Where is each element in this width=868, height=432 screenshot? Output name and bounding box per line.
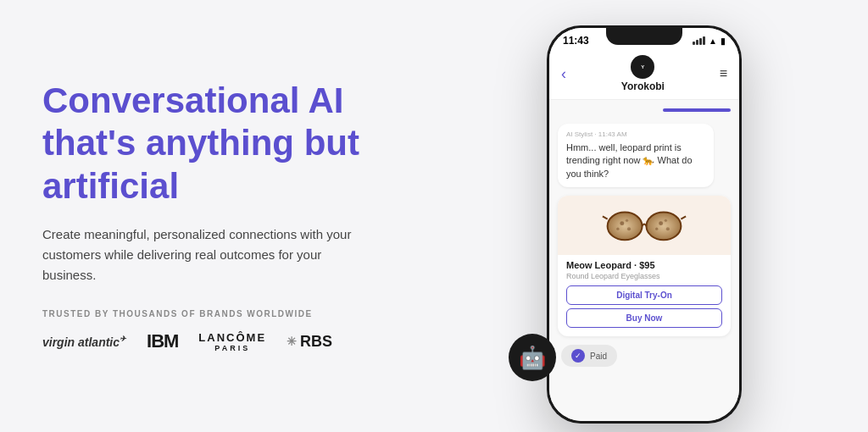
phone-notch [606, 28, 682, 45]
product-name: Meow Leopard · $95 [566, 260, 722, 270]
svg-point-10 [655, 227, 658, 230]
wifi-icon: ▲ [709, 36, 717, 46]
svg-point-6 [616, 227, 619, 230]
svg-point-8 [659, 221, 663, 225]
product-subtitle: Round Leopard Eyeglasses [566, 272, 722, 280]
buy-now-button[interactable]: Buy Now [566, 308, 722, 328]
main-headline: Conversational AI that's anything but ar… [42, 80, 398, 208]
brands-list: virgin atlantic✈ IBM LANCÔMEPARIS ✳RBS [42, 330, 398, 352]
phone-screen: 11:43 ▲ ▮ ‹ Y [549, 28, 739, 421]
svg-point-9 [666, 227, 670, 230]
subtext: Create meaningful, personalized connecti… [42, 224, 364, 285]
menu-icon[interactable]: ≡ [720, 66, 727, 81]
svg-point-11 [665, 219, 667, 221]
status-time: 11:43 [563, 35, 589, 47]
battery-icon: ▮ [721, 36, 726, 46]
brand-virgin-atlantic: virgin atlantic✈ [42, 335, 126, 349]
check-icon: ✓ [571, 349, 585, 363]
product-image [558, 196, 731, 255]
chat-header-center: Y Yorokobi [621, 55, 665, 92]
paid-label: Paid [590, 352, 607, 361]
phone-mockup: 11:43 ▲ ▮ ‹ Y [547, 25, 742, 424]
chat-name: Yorokobi [621, 80, 665, 92]
brand-rbs: ✳RBS [287, 333, 332, 351]
left-section: Conversational AI that's anything but ar… [0, 46, 441, 386]
chat-header: ‹ Y Yorokobi ≡ [549, 50, 739, 100]
svg-point-5 [627, 227, 631, 230]
svg-point-7 [626, 219, 628, 221]
robot-badge: 🤖 [509, 334, 556, 381]
svg-point-1 [646, 212, 681, 240]
product-card: Meow Leopard · $95 Round Leopard Eyeglas… [558, 196, 731, 336]
svg-line-3 [681, 216, 686, 219]
trusted-label: TRUSTED BY THOUSANDS OF BRANDS WORLDWIDE [42, 309, 398, 318]
signal-icon [693, 36, 705, 45]
status-icons: ▲ ▮ [693, 36, 726, 46]
svg-point-0 [608, 212, 643, 240]
product-info: Meow Leopard · $95 Round Leopard Eyeglas… [558, 255, 731, 336]
paid-badge: ✓ Paid [561, 345, 617, 367]
right-section: 11:43 ▲ ▮ ‹ Y [441, 0, 848, 432]
svg-line-2 [603, 216, 608, 219]
avatar: Y [631, 55, 654, 79]
brand-ibm: IBM [147, 330, 178, 352]
blue-bar [663, 108, 731, 112]
chat-body: AI Stylist · 11:43 AM Hmm... well, leopa… [549, 100, 739, 421]
svg-point-4 [620, 221, 624, 225]
message-text: Hmm... well, leopard print is trending r… [566, 141, 705, 180]
message-meta: AI Stylist · 11:43 AM [566, 130, 705, 138]
digital-tryon-button[interactable]: Digital Try-On [566, 285, 722, 305]
message-bubble: AI Stylist · 11:43 AM Hmm... well, leopa… [558, 124, 714, 187]
robot-icon: 🤖 [519, 345, 546, 371]
glasses-image [602, 207, 687, 245]
back-arrow-icon[interactable]: ‹ [561, 65, 566, 83]
brand-lancome: LANCÔMEPARIS [198, 331, 266, 352]
